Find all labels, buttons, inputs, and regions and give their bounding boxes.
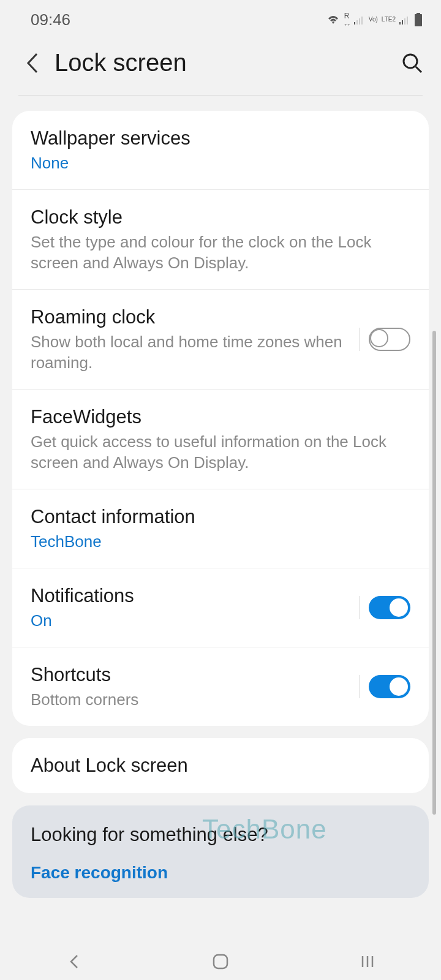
item-desc: Show both local and home time zones when… xyxy=(31,332,360,374)
wifi-icon xyxy=(326,14,341,25)
svg-rect-8 xyxy=(417,13,420,14)
svg-rect-2 xyxy=(359,18,360,24)
clock-style-item[interactable]: Clock style Set the type and colour for … xyxy=(12,190,429,290)
suggestions-section: Looking for something else? Face recogni… xyxy=(12,805,429,898)
shortcuts-toggle[interactable] xyxy=(369,675,410,698)
roaming-clock-toggle[interactable] xyxy=(369,328,410,351)
navigation-bar xyxy=(0,943,441,980)
contact-information-item[interactable]: Contact information TechBone xyxy=(12,489,429,568)
toggle-separator xyxy=(360,596,360,619)
scroll-indicator[interactable] xyxy=(432,331,436,815)
page-title: Lock screen xyxy=(55,49,402,77)
search-button[interactable] xyxy=(402,53,423,74)
item-value: TechBone xyxy=(31,532,410,552)
item-title: Notifications xyxy=(31,584,360,608)
svg-point-10 xyxy=(404,55,417,68)
svg-rect-1 xyxy=(356,20,358,24)
settings-card: Wallpaper services None Clock style Set … xyxy=(12,111,429,726)
header: Lock screen xyxy=(0,37,441,95)
nav-home[interactable] xyxy=(202,953,239,970)
back-button[interactable] xyxy=(24,51,39,75)
about-lock-screen-item[interactable]: About Lock screen xyxy=(12,738,429,793)
shortcuts-item[interactable]: Shortcuts Bottom corners xyxy=(12,647,429,726)
nav-back[interactable] xyxy=(55,953,92,970)
toggle-separator xyxy=(360,328,360,351)
svg-rect-6 xyxy=(404,18,405,24)
battery-icon xyxy=(414,13,423,26)
item-title: Roaming clock xyxy=(31,305,360,330)
signal-icon-2 xyxy=(399,15,410,24)
roaming-clock-item[interactable]: Roaming clock Show both local and home t… xyxy=(12,290,429,390)
item-title: About Lock screen xyxy=(31,753,410,778)
facewidgets-item[interactable]: FaceWidgets Get quick access to useful i… xyxy=(12,390,429,489)
item-title: Contact information xyxy=(31,505,410,529)
item-value: None xyxy=(31,153,410,174)
nav-recents[interactable] xyxy=(349,954,386,969)
item-desc: Get quick access to useful information o… xyxy=(31,432,410,473)
about-card: About Lock screen xyxy=(12,738,429,793)
status-bar: 09:46 R₊₊ Vo) LTE2 xyxy=(0,0,441,37)
notifications-toggle[interactable] xyxy=(369,596,410,619)
svg-rect-4 xyxy=(399,22,401,24)
signal-icon-1 xyxy=(354,15,365,24)
roaming-indicator: R₊₊ xyxy=(344,12,350,27)
item-title: Wallpaper services xyxy=(31,126,410,151)
wallpaper-services-item[interactable]: Wallpaper services None xyxy=(12,111,429,190)
item-title: FaceWidgets xyxy=(31,405,410,429)
svg-line-11 xyxy=(416,67,421,72)
item-title: Clock style xyxy=(31,205,410,230)
svg-rect-5 xyxy=(402,20,403,24)
face-recognition-link[interactable]: Face recognition xyxy=(31,863,410,883)
notifications-item[interactable]: Notifications On xyxy=(12,568,429,647)
svg-rect-3 xyxy=(361,17,363,24)
svg-rect-7 xyxy=(407,17,408,24)
svg-rect-0 xyxy=(354,22,355,24)
svg-rect-12 xyxy=(214,955,227,968)
svg-rect-9 xyxy=(415,14,422,26)
header-divider xyxy=(18,95,423,96)
item-desc: Bottom corners xyxy=(31,690,360,710)
item-value: On xyxy=(31,611,360,631)
lte-indicator: LTE2 xyxy=(382,17,396,23)
item-title: Shortcuts xyxy=(31,663,360,687)
suggestions-title: Looking for something else? xyxy=(31,824,410,846)
toggle-separator xyxy=(360,675,360,698)
status-icons: R₊₊ Vo) LTE2 xyxy=(326,12,423,27)
volte-indicator: Vo) xyxy=(369,17,378,23)
item-desc: Set the type and colour for the clock on… xyxy=(31,232,410,274)
status-time: 09:46 xyxy=(31,10,70,29)
